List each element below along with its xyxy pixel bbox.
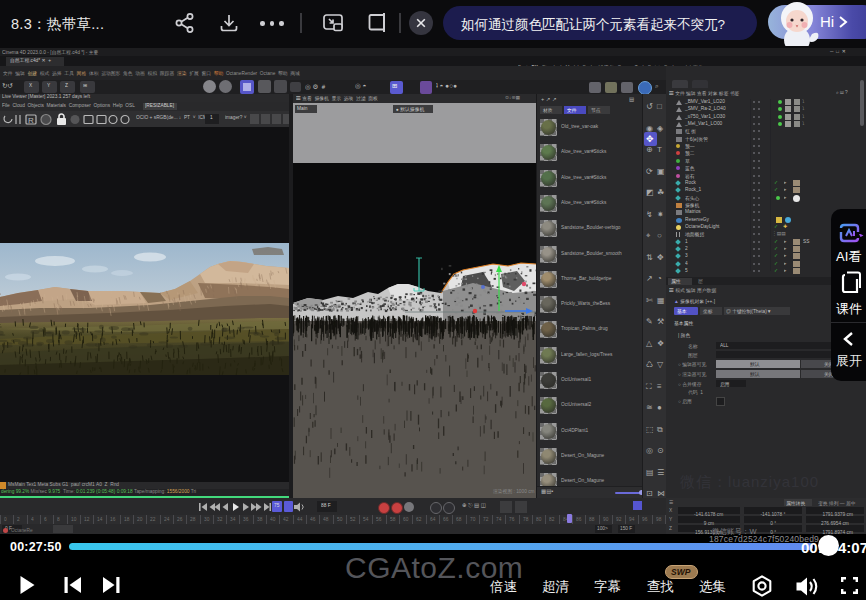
- svg-text:R: R: [28, 116, 34, 125]
